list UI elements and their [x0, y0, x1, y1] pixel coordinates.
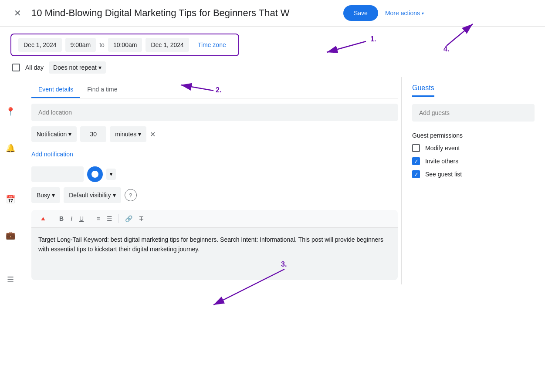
calendar-icon: 📅 [6, 195, 15, 204]
notification-unit-label: minutes [115, 131, 136, 138]
location-input[interactable] [31, 104, 398, 121]
allday-row: All day Does not repeat ▾ [10, 61, 535, 74]
toolbar-italic-button[interactable]: I [68, 213, 75, 224]
briefcase-icon: 💼 [6, 230, 15, 240]
guest-permissions-title: Guest permissions [412, 132, 535, 139]
tabs: Event details Find a time [31, 81, 398, 98]
notification-type-arrow: ▾ [68, 131, 71, 138]
permission-row-invite: ✓ Invite others [412, 157, 535, 165]
busy-arrow: ▾ [52, 192, 55, 199]
toolbar-remove-format-button[interactable]: T̶ [137, 213, 146, 224]
to-label: to [99, 41, 105, 48]
checkmark-icon: ✓ [414, 158, 419, 165]
color-dot [91, 171, 98, 178]
body-layout: 📍 🔔 📅 💼 ☰ Event details Find a time [0, 77, 545, 284]
calendar-color-button[interactable] [87, 166, 103, 182]
description-icon: ☰ [7, 275, 14, 284]
toolbar-bold-button[interactable]: B [57, 213, 66, 224]
modify-event-label: Modify event [425, 145, 460, 152]
datetime-row: Dec 1, 2024 9:00am to 10:00am Dec 1, 202… [10, 34, 239, 56]
notification-unit-arrow: ▾ [138, 131, 141, 138]
toolbar-divider-1 [53, 214, 53, 223]
modify-event-checkbox[interactable] [412, 144, 420, 152]
right-panel: Guests Guest permissions Modify event ✓ … [401, 77, 545, 284]
toolbar-ordered-list-button[interactable]: ≡ [94, 213, 102, 224]
invite-others-checkbox[interactable]: ✓ [412, 157, 420, 165]
description-toolbar: 🔺 B I U ≡ ☰ 🔗 T̶ [31, 210, 398, 228]
repeat-dropdown-icon: ▾ [98, 64, 102, 71]
save-button[interactable]: Save [343, 5, 378, 21]
calendar-row: ▾ [31, 166, 398, 182]
add-guests-input[interactable] [412, 104, 535, 122]
start-date-chip[interactable]: Dec 1, 2024 [18, 38, 62, 52]
start-time-chip[interactable]: 9:00am [65, 38, 96, 52]
toolbar-format-button[interactable]: 🔺 [37, 213, 49, 224]
left-icons: 📍 🔔 📅 💼 ☰ [0, 77, 21, 284]
invite-others-label: Invite others [425, 158, 458, 165]
repeat-select[interactable]: Does not repeat ▾ [49, 61, 106, 74]
end-date-chip[interactable]: Dec 1, 2024 [146, 38, 189, 52]
dropdown-arrow-icon: ▾ [422, 11, 424, 16]
left-panel: Event details Find a time Notification ▾… [21, 77, 401, 284]
permission-row-see-list: ✓ See guest list [412, 170, 535, 178]
toolbar-divider-2 [90, 214, 90, 223]
allday-checkbox[interactable] [12, 64, 20, 71]
busy-select[interactable]: Busy ▾ [31, 187, 60, 203]
more-actions-label: More actions [385, 10, 420, 17]
more-actions-button[interactable]: More actions ▾ [385, 10, 424, 17]
calendar-name-display [31, 166, 84, 182]
allday-label: All day [25, 64, 44, 71]
toolbar-link-button[interactable]: 🔗 [122, 213, 135, 224]
notification-icon: 🔔 [6, 143, 15, 153]
event-title: 10 Mind-Blowing Digital Marketing Tips f… [31, 7, 336, 19]
permission-row-modify: Modify event [412, 144, 535, 152]
header: ✕ 10 Mind-Blowing Digital Marketing Tips… [0, 0, 545, 27]
location-icon: 📍 [6, 107, 15, 116]
tab-event-details[interactable]: Event details [31, 81, 80, 98]
see-guest-list-checkbox[interactable]: ✓ [412, 170, 420, 178]
visibility-label: Default visibility [69, 192, 111, 199]
visibility-select[interactable]: Default visibility ▾ [64, 187, 121, 203]
toolbar-divider-3 [118, 214, 119, 223]
tab-find-a-time[interactable]: Find a time [80, 81, 124, 98]
color-dropdown-button[interactable]: ▾ [106, 169, 116, 180]
add-notification-button[interactable]: Add notification [31, 147, 73, 161]
datetime-section: Dec 1, 2024 9:00am to 10:00am Dec 1, 202… [0, 27, 545, 77]
notification-row: Notification ▾ minutes ▾ ✕ [31, 126, 398, 142]
notification-type-label: Notification [37, 131, 67, 138]
see-guest-list-label: See guest list [425, 171, 462, 178]
toolbar-unordered-list-button[interactable]: ☰ [104, 213, 115, 224]
close-button[interactable]: ✕ [10, 6, 24, 20]
repeat-label: Does not repeat [53, 64, 97, 71]
status-row: Busy ▾ Default visibility ▾ ? [31, 187, 398, 203]
notification-value-input[interactable] [80, 126, 106, 142]
notification-type-select[interactable]: Notification ▾ [31, 126, 77, 142]
visibility-arrow: ▾ [113, 192, 116, 199]
guests-title: Guests [412, 77, 434, 96]
description-content[interactable]: Target Long-Tail Keyword: best digital m… [31, 228, 398, 280]
checkmark-icon-2: ✓ [414, 171, 419, 178]
remove-notification-button[interactable]: ✕ [150, 130, 156, 139]
description-section: 🔺 B I U ≡ ☰ 🔗 T̶ Target Long-Tail Keywor… [31, 210, 398, 280]
toolbar-underline-button[interactable]: U [77, 213, 86, 224]
help-icon[interactable]: ? [125, 189, 137, 201]
end-time-chip[interactable]: 10:00am [108, 38, 142, 52]
timezone-button[interactable]: Time zone [193, 38, 231, 52]
busy-label: Busy [37, 192, 50, 199]
notification-unit-select[interactable]: minutes ▾ [110, 126, 146, 142]
